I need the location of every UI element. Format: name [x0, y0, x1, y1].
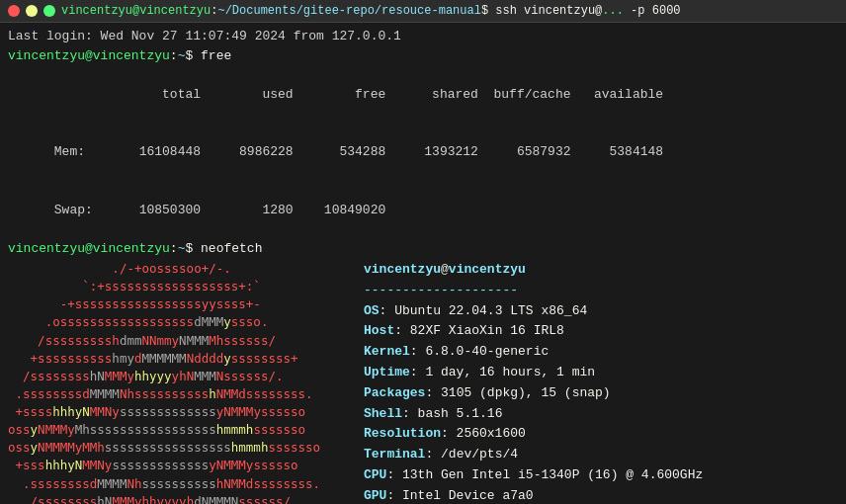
resolution-label: Resolution [364, 426, 441, 441]
minimize-button[interactable] [26, 5, 38, 17]
neofetch-host: Host: 82XF XiaoXin 16 IRL8 [364, 321, 838, 342]
neofetch-kernel: Kernel: 6.8.0-40-generic [364, 342, 838, 363]
terminal-content: Last login: Wed Nov 27 11:07:49 2024 fro… [0, 23, 846, 504]
neofetch-separator: -------------------- [364, 281, 838, 301]
ascii-art-column: ./-+oossssoo+/-. `:+ssssssssssssssssss+:… [8, 260, 344, 504]
neofetch-userhost: vincentzyu@vincentzyu [364, 260, 838, 281]
neofetch-resolution: Resolution: 2560x1600 [364, 424, 838, 445]
gpu-label: GPU [364, 488, 386, 503]
host-label: Host [364, 323, 394, 338]
neofetch-info-column: vincentzyu@vincentzyu ------------------… [344, 260, 838, 504]
os-label: OS [364, 303, 380, 318]
free-output: total used free shared buff/cache availa… [8, 65, 838, 124]
title-cmd: $ ssh vincentzyu@... -p 6000 [481, 4, 681, 18]
terminal-window: vincentzyu@vincentzyu:~/Documents/gitee-… [0, 0, 846, 504]
title-text: vincentzyu@vincentzyu:~/Documents/gitee-… [61, 4, 681, 18]
close-button[interactable] [8, 5, 20, 17]
neofetch-terminal: Terminal: /dev/pts/4 [364, 445, 838, 465]
title-user: vincentzyu@vincentzyu [61, 4, 211, 18]
neofetch-os: OS: Ubuntu 22.04.3 LTS x86_64 [364, 301, 838, 322]
cpu-label: CPU [364, 467, 386, 482]
terminal-label: Terminal [364, 447, 425, 462]
packages-label: Packages [364, 385, 425, 400]
neofetch-prompt: vincentzyu@vincentzyu:~$ neofetch [8, 239, 838, 259]
neofetch-layout: ./-+oossssoo+/-. `:+ssssssssssssssssss+:… [8, 260, 838, 504]
ascii-art: ./-+oossssoo+/-. `:+ssssssssssssssssss+:… [8, 260, 344, 504]
title-path: ~/Documents/gitee-repo/resouce-manual [217, 4, 480, 18]
title-bar: vincentzyu@vincentzyu:~/Documents/gitee-… [0, 0, 846, 23]
kernel-label: Kernel [364, 344, 410, 359]
neofetch-packages: Packages: 3105 (dpkg), 15 (snap) [364, 383, 838, 404]
neofetch-cpu: CPU: 13th Gen Intel i5-1340P (16) @ 4.60… [364, 465, 838, 486]
shell-label: Shell [364, 406, 402, 421]
free-prompt: vincentzyu@vincentzyu:~$ free [8, 46, 838, 66]
free-swap-line: Swap: 10850300 1280 10849020 [8, 181, 838, 239]
free-mem-line: Mem: 16108448 8986228 534288 1393212 658… [8, 124, 838, 182]
neofetch-uptime: Uptime: 1 day, 16 hours, 1 min [364, 363, 838, 383]
neofetch-gpu: GPU: Intel Device a7a0 [364, 486, 838, 504]
maximize-button[interactable] [43, 5, 55, 17]
login-line: Last login: Wed Nov 27 11:07:49 2024 fro… [8, 27, 838, 46]
prompt-user-free: vincentzyu@vincentzyu [8, 48, 170, 63]
uptime-label: Uptime [364, 365, 410, 379]
neofetch-shell: Shell: bash 5.1.16 [364, 404, 838, 425]
